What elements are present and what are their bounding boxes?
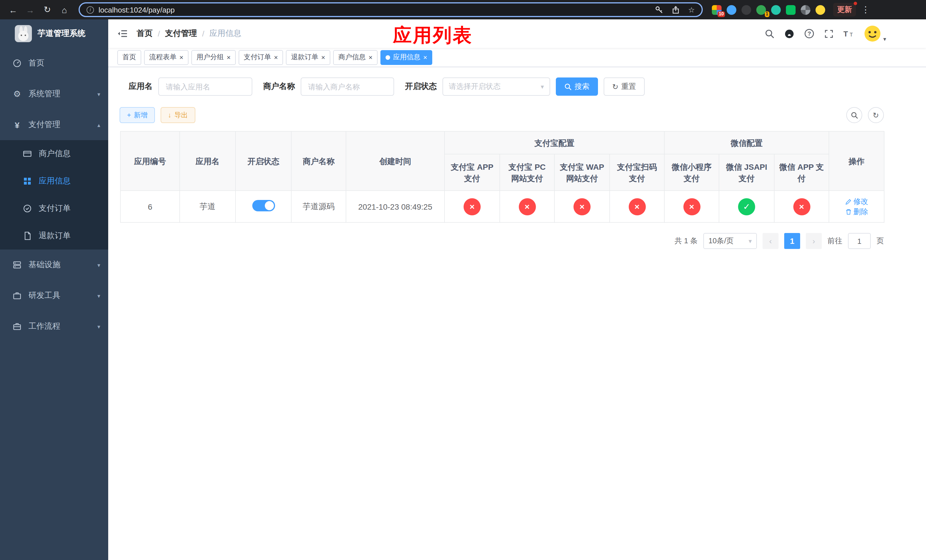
- sidebar-item-workflow[interactable]: 工作流程 ▾: [0, 311, 108, 342]
- refresh-icon: ↻: [873, 111, 879, 120]
- search-icon[interactable]: [765, 29, 775, 38]
- tab-label: 支付订单: [244, 52, 271, 62]
- close-icon[interactable]: ×: [179, 54, 183, 61]
- breadcrumb-item-home[interactable]: 首页: [137, 29, 153, 39]
- tab-user-group[interactable]: 用户分组×: [191, 50, 236, 65]
- browser-menu-kebab-icon[interactable]: ⋮: [858, 5, 873, 15]
- share-icon[interactable]: [672, 5, 680, 14]
- status-select[interactable]: 请选择开启状态 ▾: [442, 77, 550, 96]
- extension-icon-avatar[interactable]: 1: [756, 5, 766, 15]
- prev-page-button[interactable]: ‹: [763, 233, 779, 249]
- update-label: 更新: [837, 5, 852, 14]
- column-header-app-name: 应用名: [180, 131, 236, 191]
- password-key-icon[interactable]: [655, 5, 664, 14]
- tab-payment-orders[interactable]: 支付订单×: [239, 50, 283, 65]
- back-icon[interactable]: ←: [6, 5, 21, 15]
- chevron-down-icon: ▾: [541, 83, 544, 90]
- goto-page-input[interactable]: [848, 233, 871, 249]
- sidebar-item-label: 支付订单: [39, 203, 71, 213]
- page-size-value: 10条/页: [708, 236, 734, 246]
- extension-icon-dark[interactable]: [741, 5, 751, 15]
- delete-link[interactable]: 删除: [845, 206, 868, 217]
- font-size-icon[interactable]: TT: [843, 29, 854, 38]
- tab-home[interactable]: 首页: [117, 50, 141, 65]
- cell-created: 2021-10-23 08:49:25: [346, 191, 445, 222]
- extension-icon-check[interactable]: [771, 5, 781, 15]
- home-icon[interactable]: ⌂: [57, 5, 72, 15]
- status-icon[interactable]: ✓: [738, 198, 755, 215]
- merchant-name-input[interactable]: [301, 77, 394, 96]
- close-icon[interactable]: ×: [321, 54, 325, 61]
- column-header-wechat-app: 微信 APP 支付: [774, 154, 829, 191]
- next-page-button[interactable]: ›: [806, 233, 822, 249]
- tab-app-info[interactable]: 应用信息×: [380, 50, 432, 65]
- status-icon[interactable]: ×: [628, 198, 646, 215]
- forward-icon[interactable]: →: [23, 5, 38, 15]
- sidebar-item-home[interactable]: 首页: [0, 48, 108, 79]
- extension-icon-blue[interactable]: [727, 5, 736, 15]
- status-icon[interactable]: ×: [464, 198, 481, 215]
- app-name-input[interactable]: [158, 77, 252, 96]
- extension-icon-pinwheel[interactable]: [801, 5, 810, 15]
- extensions-puzzle-icon[interactable]: 10: [712, 5, 722, 15]
- tab-process-form[interactable]: 流程表单×: [144, 50, 189, 65]
- sidebar-item-payment-orders[interactable]: 支付订单: [0, 195, 108, 222]
- enabled-toggle[interactable]: [252, 200, 275, 211]
- search-icon: [564, 83, 572, 90]
- app-logo[interactable]: 芋道管理系统: [0, 20, 108, 48]
- trash-icon: [845, 208, 852, 215]
- breadcrumb-item-payment[interactable]: 支付管理: [165, 29, 197, 39]
- search-button[interactable]: 搜索: [556, 77, 598, 96]
- tab-refund-orders[interactable]: 退款订单×: [286, 50, 330, 65]
- github-icon[interactable]: [784, 29, 794, 39]
- sidebar-item-infrastructure[interactable]: 基础设施 ▾: [0, 250, 108, 280]
- sidebar-item-payment[interactable]: ¥ 支付管理 ▴: [0, 109, 108, 140]
- site-info-icon[interactable]: i: [86, 6, 94, 14]
- sidebar-item-app-info[interactable]: 应用信息: [0, 168, 108, 195]
- extension-icon-emoji[interactable]: [816, 5, 825, 15]
- close-icon[interactable]: ×: [368, 54, 372, 61]
- status-icon[interactable]: ×: [683, 198, 700, 215]
- close-icon[interactable]: ×: [274, 54, 278, 61]
- server-icon: [11, 260, 23, 269]
- column-header-alipay-app: 支付宝 APP 支付: [445, 154, 500, 191]
- tab-merchant-info[interactable]: 商户信息×: [333, 50, 378, 65]
- svg-text:T: T: [843, 30, 848, 38]
- user-avatar[interactable]: ▾: [864, 25, 886, 42]
- cell-alipay-qr: ×: [610, 191, 664, 222]
- bookmark-star-icon[interactable]: ☆: [688, 5, 695, 14]
- add-button[interactable]: + 新增: [120, 107, 155, 123]
- sidebar-item-refund-orders[interactable]: 退款订单: [0, 222, 108, 250]
- breadcrumb: 首页 / 支付管理 / 应用信息: [137, 29, 242, 39]
- group-header-alipay: 支付宝配置: [445, 131, 664, 154]
- reset-button[interactable]: ↻ 重置: [604, 77, 645, 96]
- sidebar-item-merchant-info[interactable]: 商户信息: [0, 140, 108, 168]
- refresh-table-button[interactable]: ↻: [868, 107, 884, 123]
- status-icon[interactable]: ×: [519, 198, 536, 215]
- chevron-down-icon: ▾: [883, 36, 886, 42]
- page-size-select[interactable]: 10条/页 ▾: [703, 233, 757, 249]
- plus-icon: +: [127, 111, 131, 119]
- help-icon[interactable]: ?: [804, 29, 814, 39]
- reload-icon[interactable]: ↻: [40, 5, 54, 15]
- edit-link[interactable]: 修改: [845, 196, 868, 206]
- status-icon[interactable]: ×: [573, 198, 590, 215]
- sidebar-item-dev-tools[interactable]: 研发工具 ▾: [0, 280, 108, 311]
- app-name-label: 应用名: [129, 82, 153, 92]
- cell-alipay-wap: ×: [554, 191, 610, 222]
- export-button[interactable]: ↓ 导出: [160, 107, 195, 123]
- page-1-button[interactable]: 1: [784, 233, 800, 249]
- sidebar-item-system[interactable]: ⚙ 系统管理 ▾: [0, 79, 108, 109]
- tab-label: 商户信息: [338, 52, 366, 62]
- status-icon[interactable]: ×: [793, 198, 810, 215]
- toggle-search-button[interactable]: [846, 107, 862, 123]
- update-button[interactable]: 更新: [833, 3, 856, 17]
- close-icon[interactable]: ×: [423, 54, 427, 61]
- close-icon[interactable]: ×: [227, 54, 231, 61]
- fullscreen-icon[interactable]: [824, 29, 834, 38]
- extension-icon-chat[interactable]: [786, 5, 796, 15]
- sidebar-toggle-icon[interactable]: [117, 29, 127, 38]
- breadcrumb-separator: /: [158, 29, 160, 38]
- tab-label: 应用信息: [393, 52, 420, 62]
- address-bar[interactable]: i localhost:1024/pay/app ☆: [79, 2, 703, 17]
